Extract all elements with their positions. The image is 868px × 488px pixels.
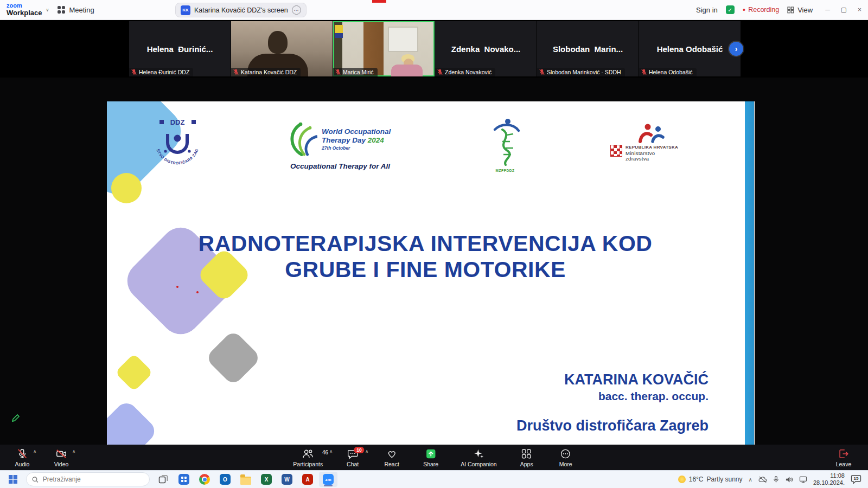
- slide-title: RADNOTERAPIJSKA INTERVENCIJA KOD GRUBE I…: [167, 230, 684, 283]
- apps-button[interactable]: Apps: [515, 447, 538, 467]
- muted-mic-icon: [641, 69, 647, 75]
- participant-name-tag: Helena Đurinić DDZ: [129, 68, 193, 76]
- tab-meeting[interactable]: Meeting: [58, 6, 94, 14]
- participant-name-tag: Marica Mirić: [333, 68, 378, 76]
- hidden-icons-chevron[interactable]: ∧: [749, 477, 752, 483]
- participant-name-tag: Helena Odobašić: [639, 68, 697, 76]
- audio-options-chevron[interactable]: ∧: [33, 449, 36, 454]
- participant-name-tag: Katarina Kovačić DDZ: [231, 68, 301, 76]
- ddz-logo: DDZ DRUŠTVO DISTROFIČARA ZAGREB: [152, 118, 203, 184]
- mic-muted-icon: [17, 448, 28, 459]
- taskbar-app-word[interactable]: W: [278, 472, 296, 487]
- network-display-icon[interactable]: [799, 476, 807, 483]
- participants-button[interactable]: Participants 46 ∧: [291, 447, 325, 467]
- taskbar-app-acrobat[interactable]: A: [298, 472, 317, 487]
- task-view-icon: [158, 474, 168, 484]
- react-button[interactable]: React: [380, 447, 403, 467]
- audio-button[interactable]: Audio ∧: [11, 447, 34, 467]
- participants-chevron[interactable]: ∧: [329, 449, 333, 454]
- chat-button[interactable]: Chat 10 ∧: [341, 447, 364, 467]
- close-button[interactable]: ×: [858, 6, 861, 14]
- decor-periwinkle-diamond: [107, 399, 158, 445]
- search-input[interactable]: [43, 476, 144, 483]
- weather-desc: Partly sunny: [707, 476, 743, 483]
- acrobat-icon: A: [302, 474, 313, 485]
- notification-center-button[interactable]: 15: [851, 474, 861, 484]
- view-label: View: [797, 6, 813, 14]
- mz-caption: MZPPDDZ: [486, 169, 525, 172]
- excel-icon: X: [261, 474, 272, 485]
- participant-tile-slobodan-marinkovic[interactable]: Slobodan Marin... Slobodan Marinković - …: [537, 21, 639, 76]
- wot-swoosh-icon: [286, 121, 317, 157]
- more-button[interactable]: More: [554, 447, 577, 467]
- security-shield-icon[interactable]: ✓: [726, 5, 735, 14]
- annotation-dot: [196, 291, 199, 293]
- weather-widget[interactable]: 16°C Partly sunny: [678, 476, 743, 483]
- muted-mic-icon: [131, 69, 137, 75]
- leave-button[interactable]: Leave: [832, 447, 855, 467]
- speaker-icon[interactable]: [785, 476, 793, 483]
- share-label: Share: [423, 461, 438, 467]
- taskbar-app-zoom-active[interactable]: zm: [319, 472, 337, 487]
- wot-date: 27th October: [322, 146, 391, 151]
- muted-mic-icon: [539, 69, 545, 75]
- taskbar-app-file-explorer[interactable]: [237, 472, 255, 487]
- slide-title-line2: GRUBE I FINE MOTORIKE: [167, 256, 684, 282]
- pencil-icon: [11, 413, 21, 423]
- next-participants-button[interactable]: ›: [729, 42, 743, 56]
- taskbar-app-chrome[interactable]: [195, 472, 214, 487]
- zoom-meeting-window: zoom Workplace ∨ Meeting KK Katarina Kov…: [0, 0, 868, 488]
- taskbar-search[interactable]: [26, 472, 150, 486]
- ai-companion-button[interactable]: AI Companion: [458, 447, 499, 467]
- taskbar-clock[interactable]: 11:08 28.10.2024.: [813, 472, 845, 486]
- annotation-pencil-tool[interactable]: [10, 412, 22, 424]
- start-button[interactable]: [4, 472, 22, 487]
- chevron-down-icon[interactable]: ∨: [46, 8, 49, 12]
- video-person-body: [391, 65, 423, 76]
- meeting-icon: [58, 6, 65, 14]
- tab-options-icon[interactable]: ⋯: [292, 5, 301, 15]
- participant-name: Helena Odobašić: [649, 69, 693, 75]
- sign-in-link[interactable]: Sign in: [696, 6, 718, 14]
- participant-name: Katarina Kovačić DDZ: [241, 69, 297, 75]
- minimize-button[interactable]: ─: [825, 6, 830, 14]
- author-organization: Društvo distrofičara Zagreb: [516, 418, 709, 434]
- slide-title-line1: RADNOTERAPIJSKA INTERVENCIJA KOD: [167, 230, 684, 256]
- task-view-button[interactable]: [154, 472, 173, 487]
- wot-day-logo: World Occupational Therapy Day 2024 27th…: [286, 121, 394, 178]
- screen-share-indicator: [372, 0, 386, 3]
- windows-logo-icon: [9, 475, 17, 484]
- heart-icon: [386, 448, 397, 459]
- taskbar-app-blue[interactable]: [175, 472, 193, 487]
- maximize-button[interactable]: ▢: [841, 6, 847, 14]
- folder-icon: [240, 477, 251, 485]
- taskbar-app-excel[interactable]: X: [257, 472, 276, 487]
- view-button[interactable]: View: [787, 6, 813, 14]
- participant-tile-helena-durinic[interactable]: Helena Đurinić... Helena Đurinić DDZ: [129, 21, 231, 76]
- tray-mic-icon[interactable]: [773, 476, 779, 483]
- taskbar-app-outlook[interactable]: O: [216, 472, 234, 487]
- tab-shared-screen[interactable]: KK Katarina Kovačić DDZ's screen ⋯: [175, 3, 307, 17]
- video-options-chevron[interactable]: ∧: [72, 449, 75, 454]
- camera-off-icon: [56, 448, 67, 459]
- onedrive-paused-icon[interactable]: [758, 476, 767, 483]
- share-button[interactable]: Share: [419, 447, 442, 467]
- participant-tile-zdenka-novakovic[interactable]: Zdenka Novako... Zdenka Novaković: [435, 21, 537, 76]
- leave-icon: [838, 448, 849, 459]
- participants-count: 46: [322, 450, 328, 455]
- chat-chevron[interactable]: ∧: [365, 449, 368, 454]
- presentation-slide: DDZ DRUŠTVO DISTROFIČARA ZAGREB: [107, 101, 755, 445]
- participant-tile-helena-odobasic[interactable]: Helena Odobašić Helena Odobašić: [639, 21, 741, 76]
- search-icon: [32, 476, 39, 483]
- zoom-app-icon: zm: [323, 474, 334, 485]
- sun-icon: [678, 476, 686, 483]
- participant-tile-katarina-kovacic[interactable]: Katarina Kovačić DDZ: [231, 21, 333, 76]
- blue-app-icon: [178, 474, 189, 485]
- ministry-figures-icon: [635, 123, 667, 144]
- chat-unread-badge: 10: [354, 447, 364, 453]
- wot-title-line2: Therapy Day: [322, 136, 366, 144]
- participant-tile-marica-miric-active-speaker[interactable]: Marica Mirić: [333, 21, 435, 76]
- participants-label: Participants: [293, 461, 323, 467]
- video-button[interactable]: Video ∧: [50, 447, 73, 467]
- zoom-toolbar: Audio ∧ Video ∧: [0, 445, 868, 470]
